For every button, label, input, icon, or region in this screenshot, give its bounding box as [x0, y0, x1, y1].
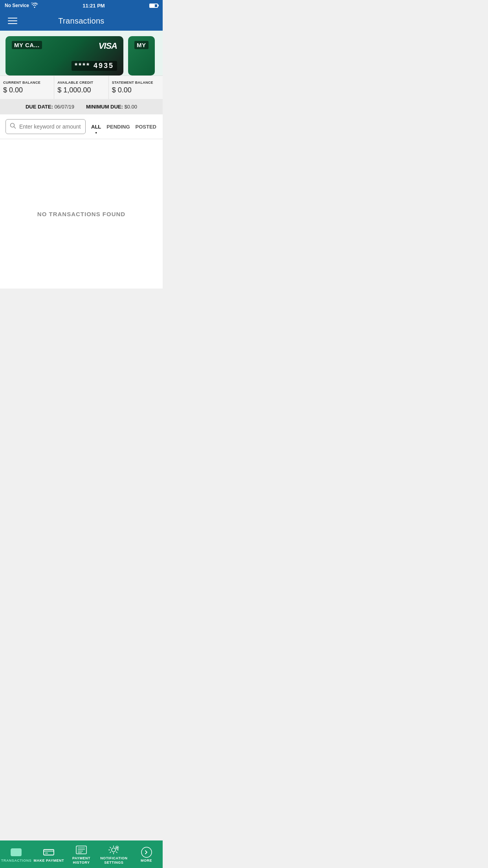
- filter-tabs: ALL PENDING POSTED: [90, 122, 157, 131]
- due-date-item: DUE DATE: 06/07/19: [26, 104, 74, 110]
- search-box[interactable]: [6, 119, 86, 134]
- battery-icon: [149, 4, 158, 8]
- nav-bar: Transactions: [0, 11, 163, 31]
- no-service-text: No Service: [5, 3, 29, 8]
- wifi-icon: [31, 2, 38, 9]
- statement-balance-value: $ 0.00: [112, 86, 160, 94]
- search-filter-row: ALL PENDING POSTED: [0, 114, 163, 139]
- card-name: MY CA...: [12, 41, 42, 49]
- page-title: Transactions: [58, 17, 104, 26]
- search-icon: [10, 123, 16, 131]
- main-content: NO TRANSACTIONS FOUND: [0, 139, 163, 289]
- card-top-row-2: MY: [134, 41, 149, 49]
- available-credit-item: AVAILABLE CREDIT $ 1,000.00: [54, 76, 108, 99]
- hamburger-button[interactable]: [6, 16, 19, 26]
- card-number: **** 4935: [72, 61, 117, 71]
- statement-balance-label: STATEMENT BALANCE: [112, 81, 160, 85]
- hamburger-line-2: [8, 20, 17, 21]
- balance-row: CURRENT BALANCE $ 0.00 AVAILABLE CREDIT …: [0, 75, 163, 99]
- filter-tab-pending[interactable]: PENDING: [106, 122, 130, 131]
- minimum-due-item: MINIMUM DUE: $0.00: [86, 104, 137, 110]
- status-time: 11:21 PM: [83, 3, 105, 9]
- status-left: No Service: [5, 2, 38, 9]
- available-credit-label: AVAILABLE CREDIT: [57, 81, 105, 85]
- credit-card-primary[interactable]: MY CA... VISA **** 4935: [6, 36, 123, 75]
- current-balance-item: CURRENT BALANCE $ 0.00: [0, 76, 54, 99]
- current-balance-value: $ 0.00: [3, 86, 51, 94]
- search-input[interactable]: [19, 123, 81, 130]
- minimum-due-value: $0.00: [125, 104, 138, 110]
- due-date-label: DUE DATE:: [26, 104, 53, 110]
- card-name-2: MY: [134, 41, 149, 49]
- status-right: [149, 4, 158, 8]
- card-network: VISA: [99, 41, 117, 51]
- filter-tab-all[interactable]: ALL: [90, 122, 102, 131]
- card-carousel[interactable]: MY CA... VISA **** 4935 MY: [0, 36, 163, 75]
- minimum-due-label: MINIMUM DUE:: [86, 104, 123, 110]
- available-credit-value: $ 1,000.00: [57, 86, 105, 94]
- card-top-row: MY CA... VISA: [12, 41, 117, 51]
- credit-card-secondary[interactable]: MY: [128, 36, 155, 75]
- current-balance-label: CURRENT BALANCE: [3, 81, 51, 85]
- hamburger-line-1: [8, 18, 17, 18]
- no-transactions-message: NO TRANSACTIONS FOUND: [37, 211, 125, 217]
- filter-tab-posted[interactable]: POSTED: [135, 122, 157, 131]
- due-date-row: DUE DATE: 06/07/19 MINIMUM DUE: $0.00: [0, 99, 163, 114]
- hamburger-line-3: [8, 23, 17, 24]
- svg-line-1: [14, 127, 16, 129]
- card-section: MY CA... VISA **** 4935 MY CURRENT BALAN…: [0, 31, 163, 99]
- due-date-value: 06/07/19: [54, 104, 74, 110]
- status-bar: No Service 11:21 PM: [0, 0, 163, 11]
- statement-balance-item: STATEMENT BALANCE $ 0.00: [109, 76, 163, 99]
